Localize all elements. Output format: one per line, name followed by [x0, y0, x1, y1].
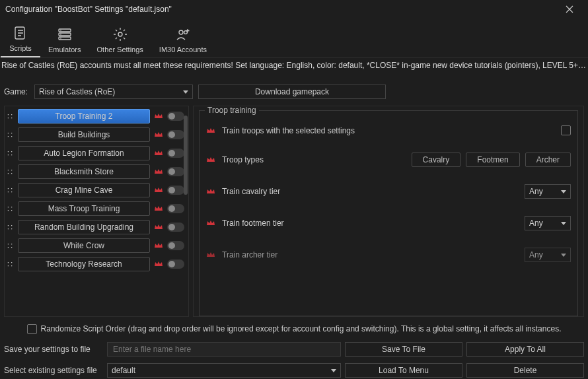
- crown-icon: [154, 186, 163, 195]
- drag-handle[interactable]: ····: [7, 224, 14, 230]
- gear-icon: [112, 26, 129, 43]
- troop-type-cavalry[interactable]: Cavalry: [412, 153, 461, 167]
- script-toggle[interactable]: [167, 223, 184, 232]
- save-to-file-label: Save To File: [382, 345, 425, 354]
- randomize-checkbox[interactable]: [27, 324, 37, 334]
- script-button[interactable]: Blacksmith Store: [18, 164, 150, 179]
- archer-tier-select[interactable]: Any: [525, 248, 571, 262]
- game-row: Game: Rise of Castles (RoE) Download gam…: [4, 85, 584, 99]
- script-button[interactable]: Crag Mine Cave: [18, 183, 150, 197]
- download-gamepack-button[interactable]: Download gamepack: [198, 85, 386, 99]
- scrollbar-thumb[interactable]: [184, 116, 188, 195]
- drag-handle[interactable]: ····: [7, 261, 14, 267]
- script-button[interactable]: Build Buildings: [18, 127, 150, 142]
- script-toggle[interactable]: [167, 204, 184, 213]
- troop-type-footmen[interactable]: Footmen: [466, 153, 519, 167]
- script-list-panel: ····Troop Training 2····Build Buildings·…: [4, 106, 189, 317]
- footmen-tier-value: Any: [529, 219, 543, 228]
- script-row: ····Crag Mine Cave: [7, 183, 184, 197]
- drag-handle[interactable]: ····: [7, 206, 14, 211]
- window-title: Configuration "BoostBot" Settings "defau…: [5, 5, 556, 14]
- game-label: Game:: [4, 87, 29, 96]
- crown-icon: [154, 259, 163, 269]
- chevron-down-icon: [183, 90, 188, 94]
- fieldset-legend: Troop training: [205, 106, 259, 115]
- crown-icon: [154, 241, 163, 250]
- delete-label: Delete: [514, 366, 537, 375]
- crown-icon: [206, 219, 215, 228]
- requirements-text: Rise of Castles (RoE) accounts must all …: [0, 58, 588, 73]
- script-button[interactable]: Random Building Upgrading: [18, 220, 150, 234]
- train-with-settings-label: Train troops with the selected settings: [222, 126, 554, 135]
- drag-handle[interactable]: ····: [7, 132, 14, 137]
- script-scrollbar[interactable]: [184, 109, 188, 314]
- apply-to-all-button[interactable]: Apply To All: [466, 342, 584, 357]
- load-to-menu-button[interactable]: Load To Menu: [345, 363, 462, 378]
- game-select[interactable]: Rise of Castles (RoE): [34, 85, 193, 99]
- settings-file-select[interactable]: default: [107, 363, 341, 378]
- tab-im30-accounts[interactable]: IM30 Accounts: [151, 23, 215, 57]
- save-to-file-button[interactable]: Save To File: [345, 342, 462, 357]
- script-toggle[interactable]: [167, 130, 184, 139]
- cavalry-tier-label: Train cavalry tier: [222, 187, 518, 196]
- script-row: ····Build Buildings: [7, 127, 184, 142]
- script-row: ····Random Building Upgrading: [7, 220, 184, 234]
- crown-icon: [154, 167, 163, 176]
- cavalry-tier-select[interactable]: Any: [525, 184, 571, 199]
- tab-im30-accounts-label: IM30 Accounts: [159, 46, 207, 53]
- drag-handle[interactable]: ····: [7, 114, 14, 119]
- troop-type-archer[interactable]: Archer: [525, 153, 571, 167]
- tab-other-settings[interactable]: Other Settings: [89, 23, 151, 57]
- save-settings-label: Save your settings to file: [4, 345, 103, 354]
- crown-icon: [154, 204, 163, 213]
- footmen-tier-select[interactable]: Any: [525, 216, 571, 230]
- drag-handle[interactable]: ····: [7, 151, 14, 156]
- script-toggle[interactable]: [167, 112, 184, 121]
- script-toggle[interactable]: [167, 241, 184, 250]
- delete-button[interactable]: Delete: [466, 363, 584, 378]
- script-toggle[interactable]: [167, 186, 184, 195]
- crown-icon: [154, 223, 163, 232]
- script-label: Build Buildings: [58, 130, 110, 139]
- script-label: Troop Training 2: [55, 112, 113, 121]
- tab-emulators[interactable]: Emulators: [40, 23, 89, 57]
- script-label: Random Building Upgrading: [34, 223, 133, 232]
- chevron-down-icon: [561, 254, 566, 257]
- script-button[interactable]: Troop Training 2: [18, 109, 150, 123]
- archer-tier-label: Train archer tier: [222, 250, 518, 259]
- script-toggle[interactable]: [167, 149, 184, 158]
- crown-icon: [206, 250, 215, 259]
- filename-input[interactable]: [107, 342, 341, 357]
- drag-handle[interactable]: ····: [7, 169, 14, 174]
- script-button[interactable]: White Crow: [18, 238, 150, 253]
- script-list: ····Troop Training 2····Build Buildings·…: [7, 109, 184, 314]
- close-button[interactable]: [556, 0, 583, 18]
- app-window: Configuration "BoostBot" Settings "defau…: [0, 0, 588, 379]
- load-to-menu-label: Load To Menu: [379, 366, 429, 375]
- script-button[interactable]: Auto Legion Formation: [18, 146, 150, 160]
- cavalry-tier-value: Any: [529, 187, 543, 196]
- detail-panel: Troop training Train troops with the sel…: [193, 106, 584, 317]
- apply-to-all-label: Apply To All: [505, 345, 546, 354]
- script-button[interactable]: Technology Research: [18, 257, 150, 271]
- tab-scripts[interactable]: Scripts: [1, 22, 40, 57]
- drag-handle[interactable]: ····: [7, 188, 14, 193]
- script-button[interactable]: Mass Troop Training: [18, 201, 150, 216]
- train-with-settings-checkbox[interactable]: [561, 125, 571, 135]
- crown-icon: [206, 155, 215, 164]
- tab-emulators-label: Emulators: [48, 46, 81, 53]
- script-row: ····Auto Legion Formation: [7, 146, 184, 160]
- tab-strip: Scripts Emulators Other Settings IM30 Ac…: [0, 18, 588, 58]
- script-row: ····Blacksmith Store: [7, 164, 184, 179]
- troop-types-label: Troop types: [222, 155, 405, 164]
- close-icon: [566, 5, 573, 13]
- script-row: ····Troop Training 2: [7, 109, 184, 123]
- footmen-tier-label: Train footmen tier: [222, 219, 518, 228]
- svg-point-3: [60, 30, 61, 31]
- body: Game: Rise of Castles (RoE) Download gam…: [0, 73, 588, 379]
- script-toggle[interactable]: [167, 259, 184, 269]
- drag-handle[interactable]: ····: [7, 243, 14, 248]
- script-toggle[interactable]: [167, 167, 184, 176]
- crown-icon: [154, 112, 163, 121]
- randomize-row: Randomize Script Order (drag and drop or…: [4, 322, 584, 335]
